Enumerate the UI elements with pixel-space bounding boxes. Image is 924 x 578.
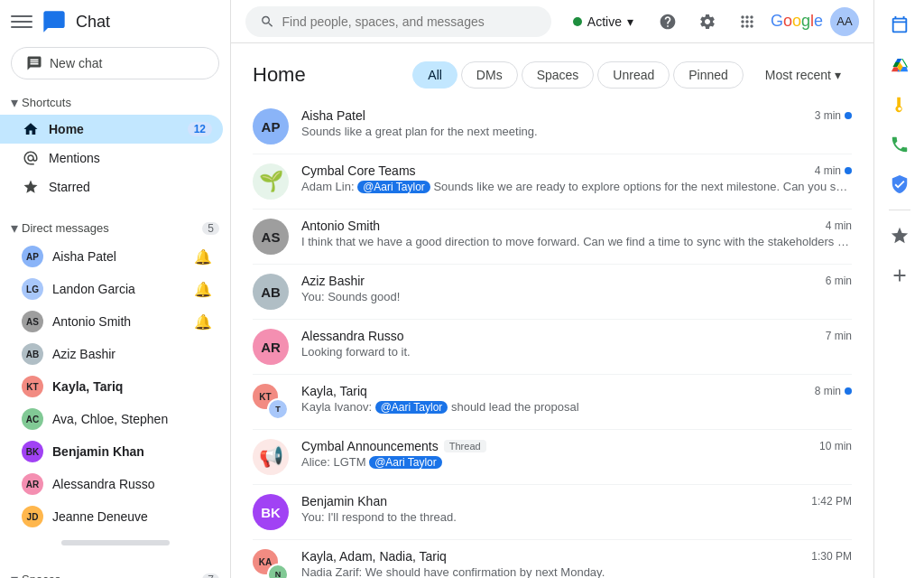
- mention-chip-cymbal-ann: @Aari Taylor: [369, 456, 442, 469]
- msg-preview-alessandra: Looking forward to it.: [301, 345, 852, 359]
- sidebar-dm-alessandra[interactable]: AR Alessandra Russo: [0, 468, 223, 500]
- sidebar-dm-aisha[interactable]: AP Aisha Patel 🔔: [0, 240, 223, 273]
- shortcuts-label: Shortcuts: [22, 96, 71, 109]
- filter-tabs: All DMs Spaces Unread Pinned Most recent…: [412, 61, 852, 89]
- nav-mentions[interactable]: Mentions: [0, 144, 223, 172]
- rail-calendar-button[interactable]: [882, 7, 918, 43]
- msg-row-aisha[interactable]: AP Aisha Patel 3 min Sounds like a great…: [253, 99, 852, 154]
- new-chat-label: New chat: [50, 56, 102, 70]
- hamburger-icon[interactable]: [11, 15, 32, 28]
- rail-tasks-button[interactable]: [882, 166, 918, 202]
- sidebar-dm-ava[interactable]: AC Ava, Chloe, Stephen: [0, 403, 223, 435]
- new-chat-button[interactable]: New chat: [11, 47, 219, 79]
- sidebar-dm-aziz[interactable]: AB Aziz Bashir: [0, 338, 223, 370]
- msg-avatar-kayla-tariq: KT T: [253, 384, 289, 420]
- filter-unread[interactable]: Unread: [597, 61, 670, 89]
- msg-body-cymbal-core: Cymbal Core Teams 4 min Adam Lin: @Aari …: [301, 163, 852, 193]
- spaces-chevron: ▾: [11, 571, 18, 578]
- nav-home[interactable]: Home 12: [0, 115, 223, 144]
- shortcuts-section-header[interactable]: ▾ Shortcuts: [0, 90, 230, 115]
- mentions-label: Mentions: [49, 151, 100, 165]
- top-bar: Active ▾ Google AA: [231, 0, 873, 43]
- rail-add-button[interactable]: [882, 257, 918, 294]
- filter-all[interactable]: All: [412, 61, 457, 89]
- starred-icon: [22, 178, 40, 196]
- search-box[interactable]: [245, 6, 551, 37]
- dm-avatar-ava: AC: [22, 408, 43, 430]
- sidebar-dm-kayla[interactable]: KT Kayla, Tariq: [0, 370, 223, 403]
- sidebar-dm-benjamin[interactable]: BK Benjamin Khan: [0, 435, 223, 468]
- msg-preview-cymbal-ann: Alice: LGTM @Aari Taylor: [301, 455, 852, 469]
- rail-phone-button[interactable]: [882, 126, 918, 163]
- help-button[interactable]: [651, 5, 684, 38]
- dm-avatar-alessandra: AR: [22, 473, 43, 495]
- direct-messages-section: ▾ Direct messages 5 AP Aisha Patel 🔔 LG …: [0, 212, 230, 556]
- dm-label-landon: Landon Garcia: [52, 282, 135, 296]
- unread-dot-aisha: [845, 112, 852, 119]
- dm-label-ava: Ava, Chloe, Stephen: [52, 412, 168, 426]
- nav-starred[interactable]: Starred: [0, 172, 223, 201]
- msg-time-alessandra: 7 min: [826, 330, 852, 342]
- msg-name-cymbal-core: Cymbal Core Teams: [301, 163, 416, 178]
- main-content: Active ▾ Google AA: [231, 0, 873, 578]
- rail-drive-button[interactable]: [882, 47, 918, 83]
- sort-button[interactable]: Most recent ▾: [754, 62, 852, 88]
- msg-row-benjamin[interactable]: BK Benjamin Khan 1:42 PM You: I'll respo…: [253, 485, 852, 540]
- dm-avatar-aisha: AP: [22, 246, 43, 267]
- msg-avatar-aisha: AP: [253, 108, 289, 144]
- msg-row-antonio[interactable]: AS Antonio Smith 4 min I think that we h…: [253, 210, 852, 265]
- apps-icon: [738, 13, 756, 31]
- msg-name-benjamin: Benjamin Khan: [301, 494, 387, 508]
- search-input[interactable]: [282, 14, 537, 29]
- dm-count: 5: [202, 222, 219, 235]
- msg-name-cymbal-ann: Cymbal Announcements: [301, 439, 439, 453]
- filter-dms[interactable]: DMs: [461, 61, 518, 89]
- msg-time-benjamin: 1:42 PM: [811, 495, 852, 508]
- spaces-section-header[interactable]: ▾ Spaces 7: [0, 567, 230, 578]
- msg-name-kayla-tariq: Kayla, Tariq: [301, 384, 367, 398]
- dm-label-aisha: Aisha Patel: [52, 249, 116, 264]
- msg-body-alessandra: Alessandra Russo 7 min Looking forward t…: [301, 329, 852, 359]
- sidebar-header: Chat: [0, 0, 230, 43]
- rail-star-button[interactable]: [882, 218, 918, 254]
- msg-avatar-alessandra: AR: [253, 329, 289, 365]
- sidebar: Chat New chat ▾ Shortcuts Home 12 Mentio…: [0, 0, 231, 578]
- filter-spaces[interactable]: Spaces: [522, 61, 595, 89]
- dm-avatar-jeanne: JD: [22, 506, 43, 527]
- msg-row-group-kayla[interactable]: KA N Kayla, Adam, Nadia, Tariq 1:30 PM N…: [253, 540, 852, 578]
- msg-name-aisha: Aisha Patel: [301, 108, 365, 123]
- msg-body-kayla-tariq: Kayla, Tariq 8 min Kayla Ivanov: @Aari T…: [301, 384, 852, 414]
- msg-row-aziz[interactable]: AB Aziz Bashir 6 min You: Sounds good!: [253, 265, 852, 320]
- bell-icon-antonio: 🔔: [194, 313, 212, 331]
- home-label: Home: [49, 122, 84, 136]
- top-bar-right: Active ▾ Google AA: [562, 5, 859, 38]
- user-avatar[interactable]: AA: [830, 7, 859, 36]
- msg-row-alessandra[interactable]: AR Alessandra Russo 7 min Looking forwar…: [253, 320, 852, 375]
- bell-icon-landon: 🔔: [194, 281, 212, 298]
- msg-body-benjamin: Benjamin Khan 1:42 PM You: I'll respond …: [301, 494, 852, 524]
- msg-time-cymbal-ann: 10 min: [819, 440, 852, 452]
- settings-icon: [698, 13, 716, 31]
- msg-avatar-cymbal-ann: 📢: [253, 439, 289, 475]
- dm-avatar-landon: LG: [22, 278, 43, 300]
- right-rail: [873, 0, 924, 578]
- apps-button[interactable]: [731, 5, 763, 38]
- msg-row-cymbal-core[interactable]: 🌱 Cymbal Core Teams 4 min Adam Lin: @Aar…: [253, 154, 852, 210]
- dm-section-header[interactable]: ▾ Direct messages 5: [0, 216, 230, 240]
- sidebar-dm-antonio[interactable]: AS Antonio Smith 🔔: [0, 305, 223, 338]
- dm-label-jeanne: Jeanne Deneuve: [52, 509, 148, 524]
- status-button[interactable]: Active ▾: [562, 9, 644, 34]
- rail-keep-button[interactable]: [882, 87, 918, 123]
- msg-row-cymbal-ann[interactable]: 📢 Cymbal Announcements Thread 10 min Ali…: [253, 430, 852, 485]
- sidebar-dm-jeanne[interactable]: JD Jeanne Deneuve: [0, 500, 223, 533]
- msg-row-kayla-tariq[interactable]: KT T Kayla, Tariq 8 min Kayla Ivanov: @A…: [253, 375, 852, 430]
- msg-preview-kayla-tariq: Kayla Ivanov: @Aari Taylor should lead t…: [301, 400, 852, 414]
- msg-name-group-kayla: Kayla, Adam, Nadia, Tariq: [301, 549, 447, 564]
- thread-badge-cymbal-ann: Thread: [444, 440, 486, 452]
- tasks-icon: [890, 174, 910, 194]
- filter-pinned[interactable]: Pinned: [673, 61, 744, 89]
- settings-button[interactable]: [691, 5, 724, 38]
- unread-dot-cymbal-core: [845, 167, 852, 174]
- msg-body-aisha: Aisha Patel 3 min Sounds like a great pl…: [301, 108, 852, 138]
- sidebar-dm-landon[interactable]: LG Landon Garcia 🔔: [0, 273, 223, 305]
